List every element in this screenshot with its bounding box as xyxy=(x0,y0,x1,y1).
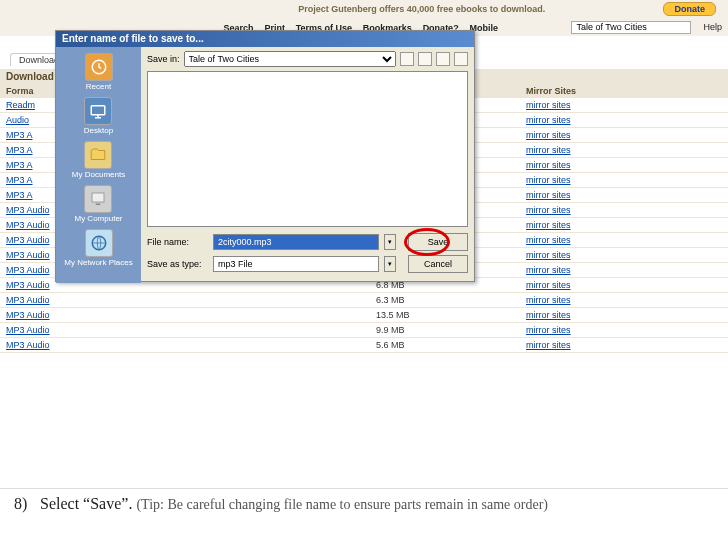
sidebar-item-mydocs[interactable]: My Documents xyxy=(72,141,125,179)
mirror-link[interactable]: mirror sites xyxy=(520,233,728,248)
dialog-title: Enter name of file to save to... xyxy=(56,31,474,47)
instruction-caption: 8) Select “Save”. (Tip: Be careful chang… xyxy=(0,488,728,546)
instruction-tip: (Tip: Be careful changing file name to e… xyxy=(136,497,548,512)
mirror-link[interactable]: mirror sites xyxy=(520,278,728,293)
table-row: MP3 Audio5.6 MBmirror sites xyxy=(0,338,728,353)
sidebar-item-desktop[interactable]: Desktop xyxy=(84,97,113,135)
file-size: 9.9 MB xyxy=(370,323,520,338)
views-icon[interactable] xyxy=(454,52,468,66)
mirror-link[interactable]: mirror sites xyxy=(520,98,728,113)
svg-rect-2 xyxy=(92,193,104,202)
mirror-link[interactable]: mirror sites xyxy=(520,113,728,128)
mynet-icon xyxy=(85,229,113,257)
top-bar: Project Gutenberg offers 40,000 free ebo… xyxy=(0,0,728,18)
file-name-input[interactable]: 2city000.mp3 xyxy=(213,234,379,250)
instruction-main: Select “Save”. xyxy=(40,495,132,512)
back-icon[interactable] xyxy=(400,52,414,66)
instruction-number: 8) xyxy=(14,495,36,513)
format-link[interactable]: MP3 Audio xyxy=(0,338,370,353)
col-mirror: Mirror Sites xyxy=(520,84,728,98)
mirror-link[interactable]: mirror sites xyxy=(520,323,728,338)
desktop-icon xyxy=(84,97,112,125)
save-button[interactable]: Save xyxy=(408,233,468,251)
mirror-link[interactable]: mirror sites xyxy=(520,263,728,278)
sidebar-item-mycomp[interactable]: My Computer xyxy=(74,185,122,223)
mirror-link[interactable]: mirror sites xyxy=(520,203,728,218)
tagline: Project Gutenberg offers 40,000 free ebo… xyxy=(0,4,663,14)
format-link[interactable]: MP3 Audio xyxy=(0,308,370,323)
search-input[interactable] xyxy=(571,21,691,34)
save-type-select[interactable]: mp3 File xyxy=(213,256,379,272)
help-link[interactable]: Help xyxy=(703,22,722,32)
sidebar-item-label: My Documents xyxy=(72,170,125,179)
save-in-select[interactable]: Tale of Two Cities xyxy=(184,51,396,67)
sidebar-item-recent[interactable]: Recent xyxy=(85,53,113,91)
file-size: 5.6 MB xyxy=(370,338,520,353)
donate-button[interactable]: Donate xyxy=(663,2,716,16)
table-row: MP3 Audio13.5 MBmirror sites xyxy=(0,308,728,323)
sidebar-item-mynet[interactable]: My Network Places xyxy=(64,229,132,267)
mirror-link[interactable]: mirror sites xyxy=(520,338,728,353)
cancel-button[interactable]: Cancel xyxy=(408,255,468,273)
sidebar-item-label: Desktop xyxy=(84,126,113,135)
mirror-link[interactable]: mirror sites xyxy=(520,158,728,173)
sidebar-item-label: My Network Places xyxy=(64,258,132,267)
mirror-link[interactable]: mirror sites xyxy=(520,173,728,188)
mirror-link[interactable]: mirror sites xyxy=(520,293,728,308)
table-row: MP3 Audio9.9 MBmirror sites xyxy=(0,323,728,338)
mirror-link[interactable]: mirror sites xyxy=(520,188,728,203)
mirror-link[interactable]: mirror sites xyxy=(520,248,728,263)
save-dialog: Enter name of file to save to... RecentD… xyxy=(55,30,475,282)
mirror-link[interactable]: mirror sites xyxy=(520,143,728,158)
file-name-dropdown-icon[interactable]: ▾ xyxy=(384,234,396,250)
file-list-area[interactable] xyxy=(147,71,468,227)
file-size: 13.5 MB xyxy=(370,308,520,323)
format-link[interactable]: MP3 Audio xyxy=(0,293,370,308)
up-icon[interactable] xyxy=(418,52,432,66)
sidebar-item-label: Recent xyxy=(85,82,113,91)
file-size: 6.3 MB xyxy=(370,293,520,308)
dialog-sidebar: RecentDesktopMy DocumentsMy ComputerMy N… xyxy=(56,47,141,283)
table-row: MP3 Audio6.3 MBmirror sites xyxy=(0,293,728,308)
save-in-label: Save in: xyxy=(147,54,180,64)
mydocs-icon xyxy=(84,141,112,169)
mirror-link[interactable]: mirror sites xyxy=(520,308,728,323)
mycomp-icon xyxy=(84,185,112,213)
file-name-label: File name: xyxy=(147,237,207,247)
sidebar-item-label: My Computer xyxy=(74,214,122,223)
svg-rect-3 xyxy=(96,204,101,206)
save-type-dropdown-icon[interactable]: ▾ xyxy=(384,256,396,272)
format-link[interactable]: MP3 Audio xyxy=(0,323,370,338)
mirror-link[interactable]: mirror sites xyxy=(520,218,728,233)
mirror-link[interactable]: mirror sites xyxy=(520,128,728,143)
svg-rect-1 xyxy=(92,106,106,115)
newfolder-icon[interactable] xyxy=(436,52,450,66)
recent-icon xyxy=(85,53,113,81)
save-type-label: Save as type: xyxy=(147,259,207,269)
